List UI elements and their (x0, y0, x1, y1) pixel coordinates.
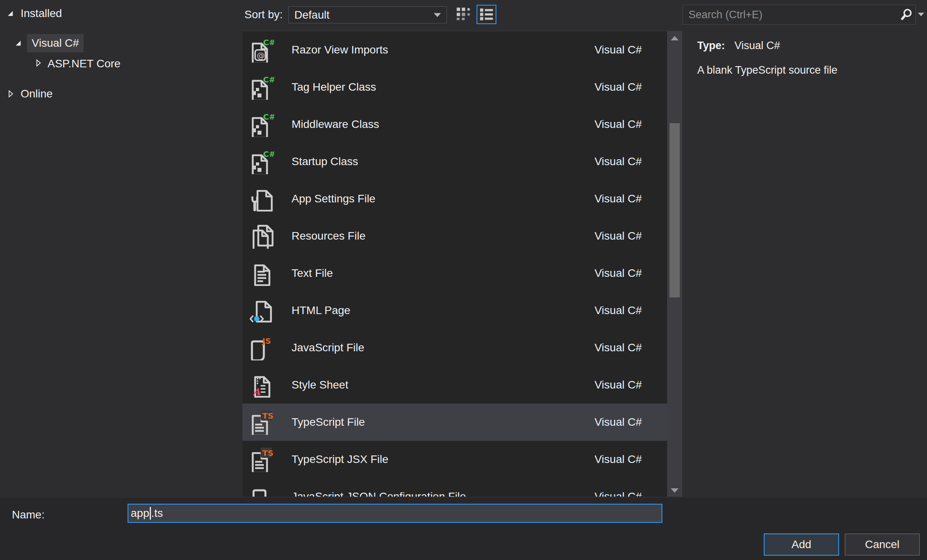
template-name: JavaScript File (292, 341, 364, 354)
svg-text:A: A (252, 386, 261, 398)
list-view-button[interactable] (477, 5, 496, 24)
list-item-startup-class[interactable]: C#Startup ClassVisual C# (242, 143, 667, 180)
template-language: Visual C# (595, 490, 642, 497)
template-language: Visual C# (595, 44, 642, 56)
template-description: A blank TypeScript source file (697, 64, 837, 76)
template-language: Visual C# (595, 341, 642, 354)
list-item-typescript-jsx-file[interactable]: TSTypeScript JSX FileVisual C# (242, 441, 667, 478)
template-name: App Settings File (292, 192, 376, 205)
template-language: Visual C# (595, 192, 642, 205)
medium-icons-view-icon (456, 6, 471, 23)
csharp-class-file-icon: C# (249, 74, 274, 100)
style-sheet-icon: A (249, 372, 274, 398)
app-settings-file-icon (249, 186, 274, 211)
svg-text:C#: C# (263, 149, 274, 159)
tree-item-visual-csharp[interactable]: Visual C# (27, 34, 84, 52)
list-item-style-sheet[interactable]: AStyle SheetVisual C# (242, 366, 667, 404)
list-item-middleware-class[interactable]: C#Middleware ClassVisual C# (242, 106, 667, 143)
template-language: Visual C# (595, 155, 642, 168)
type-value: Visual C# (734, 40, 780, 52)
name-value-before-caret: app (131, 507, 149, 520)
list-item-razor-view-imports[interactable]: @C#Razor View ImportsVisual C# (242, 31, 667, 69)
template-language: Visual C# (595, 416, 642, 429)
installed-expand-arrow-icon[interactable] (6, 10, 14, 17)
list-view-icon (479, 6, 494, 23)
tree-item-installed[interactable]: Installed (21, 7, 62, 20)
list-item-tag-helper-class[interactable]: C#Tag Helper ClassVisual C# (242, 69, 667, 106)
list-item-app-settings-file[interactable]: App Settings FileVisual C# (242, 180, 667, 217)
visual-csharp-expand-arrow-icon[interactable] (14, 39, 22, 47)
list-item-typescript-file[interactable]: TSTypeScript FileVisual C# (242, 404, 667, 441)
template-language: Visual C# (595, 267, 642, 280)
list-scrollbar[interactable] (667, 31, 682, 497)
medium-icons-view-button[interactable] (454, 6, 473, 24)
cancel-button[interactable]: Cancel (845, 533, 920, 556)
typescript-file-icon: TS (249, 410, 274, 435)
razor-csharp-file-icon: @C# (249, 37, 274, 63)
chevron-down-icon (434, 13, 441, 17)
template-language: Visual C# (595, 118, 642, 131)
scrollbar-thumb[interactable] (670, 123, 680, 297)
svg-text:C#: C# (263, 75, 274, 84)
add-new-item-dialog: { "accent_color": "#3399ff", "tree": { "… (0, 0, 927, 560)
sort-by-dropdown[interactable]: Default (288, 6, 447, 23)
template-language: Visual C# (595, 81, 642, 93)
template-language: Visual C# (595, 453, 642, 466)
list-item-javascript-file[interactable]: JSJavaScript FileVisual C# (242, 329, 667, 366)
sort-by-label: Sort by: (244, 8, 282, 21)
template-name: TypeScript File (292, 416, 365, 429)
template-name: Tag Helper Class (292, 81, 376, 93)
list-item-html-page[interactable]: HTML PageVisual C# (242, 292, 667, 329)
search-input[interactable] (683, 9, 897, 21)
name-value-after-caret: .ts (151, 507, 163, 520)
csharp-class-file-icon: C# (249, 149, 274, 174)
scrollbar-down-button[interactable] (667, 484, 682, 497)
add-button[interactable]: Add (764, 533, 839, 556)
svg-text:C#: C# (263, 112, 274, 122)
template-name: JavaScript JSON Configuration File (292, 490, 466, 497)
template-language: Visual C# (595, 379, 642, 391)
svg-text:TS: TS (262, 448, 273, 458)
name-label: Name: (12, 509, 44, 521)
resources-file-icon (249, 223, 274, 249)
type-label: Type: (697, 40, 725, 52)
template-name: Resources File (292, 230, 366, 242)
typescript-file-icon: TS (249, 447, 274, 472)
template-name: Style Sheet (292, 379, 348, 391)
template-name: Middleware Class (292, 118, 379, 131)
aspnet-core-collapse-arrow-icon[interactable] (34, 59, 43, 67)
list-item-text-file[interactable]: Text FileVisual C# (242, 255, 667, 292)
list-item-resources-file[interactable]: Resources FileVisual C# (242, 217, 667, 255)
search-icon[interactable] (897, 5, 916, 24)
scrollbar-up-button[interactable] (667, 31, 682, 45)
template-language: Visual C# (595, 230, 642, 242)
json-config-file-icon (249, 484, 274, 497)
javascript-file-icon: JS (249, 335, 274, 360)
template-name: Startup Class (292, 155, 358, 168)
template-language: Visual C# (595, 304, 642, 317)
name-input[interactable]: app .ts (128, 504, 662, 523)
list-item-javascript-json-configuration-file[interactable]: JavaScript JSON Configuration FileVisual… (242, 478, 667, 497)
svg-text:C#: C# (263, 38, 274, 47)
svg-text:@: @ (257, 51, 265, 60)
template-name: TypeScript JSX File (292, 453, 388, 466)
tree-item-online[interactable]: Online (21, 87, 53, 101)
html-page-icon (249, 298, 274, 323)
text-caret (150, 507, 151, 520)
template-name: Text File (292, 267, 333, 280)
search-box (683, 5, 916, 25)
template-list: @C#Razor View ImportsVisual C#C#Tag Help… (242, 31, 682, 497)
sort-by-value: Default (294, 9, 330, 21)
template-name: HTML Page (292, 304, 350, 317)
template-type-row: Type: Visual C# (697, 40, 780, 52)
csharp-class-file-icon: C# (249, 112, 274, 137)
text-file-icon (249, 261, 274, 286)
template-name: Razor View Imports (292, 44, 388, 56)
svg-text:JS: JS (261, 336, 271, 346)
svg-text:TS: TS (262, 411, 273, 421)
search-options-chevron-icon[interactable] (918, 13, 924, 16)
online-collapse-arrow-icon[interactable] (6, 90, 15, 98)
tree-item-aspnet-core[interactable]: ASP.NET Core (48, 57, 120, 70)
